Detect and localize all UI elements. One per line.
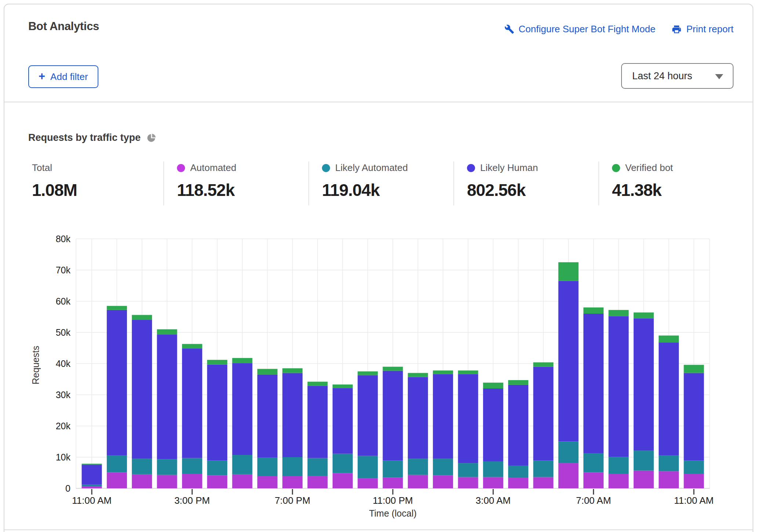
- bar-segment-likely-human[interactable]: [634, 318, 654, 451]
- bar-segment-likely-automated[interactable]: [583, 453, 604, 473]
- bar-segment-automated[interactable]: [483, 477, 503, 488]
- bar-segment-likely-automated[interactable]: [333, 454, 353, 473]
- bar-segment-likely-human[interactable]: [82, 464, 102, 484]
- bar-segment-likely-automated[interactable]: [207, 460, 227, 475]
- bar-segment-automated[interactable]: [232, 474, 252, 488]
- bar-segment-likely-human[interactable]: [157, 335, 177, 459]
- bar-segment-verified-bot[interactable]: [634, 313, 654, 318]
- bar-segment-verified-bot[interactable]: [358, 371, 378, 375]
- bar-segment-likely-automated[interactable]: [383, 460, 403, 477]
- bar-segment-automated[interactable]: [333, 473, 353, 488]
- bar-segment-likely-human[interactable]: [207, 365, 227, 461]
- bar-segment-likely-automated[interactable]: [257, 458, 278, 476]
- bar-segment-likely-automated[interactable]: [408, 459, 428, 475]
- bar-segment-likely-human[interactable]: [257, 375, 278, 458]
- print-report-link[interactable]: Print report: [671, 23, 734, 35]
- bar-segment-likely-automated[interactable]: [684, 460, 704, 474]
- add-filter-button[interactable]: + Add filter: [28, 65, 98, 88]
- bar-segment-automated[interactable]: [307, 476, 327, 488]
- bar-segment-automated[interactable]: [383, 477, 403, 488]
- bar-segment-verified-bot[interactable]: [132, 315, 152, 320]
- bar-segment-likely-automated[interactable]: [634, 451, 654, 470]
- bar-segment-verified-bot[interactable]: [82, 464, 102, 465]
- time-range-select[interactable]: Last 24 hours: [621, 63, 734, 89]
- bar-segment-likely-human[interactable]: [307, 386, 327, 458]
- bar-segment-likely-automated[interactable]: [358, 456, 378, 478]
- bar-segment-likely-automated[interactable]: [608, 457, 629, 474]
- bar-segment-likely-human[interactable]: [458, 374, 478, 463]
- bar-segment-likely-automated[interactable]: [458, 463, 478, 477]
- bar-segment-verified-bot[interactable]: [157, 329, 177, 335]
- bar-segment-automated[interactable]: [182, 474, 202, 488]
- bar-segment-automated[interactable]: [608, 474, 629, 488]
- bar-segment-verified-bot[interactable]: [282, 368, 303, 373]
- bar-segment-verified-bot[interactable]: [232, 358, 252, 363]
- bar-segment-verified-bot[interactable]: [257, 369, 278, 374]
- bar-segment-verified-bot[interactable]: [333, 385, 353, 388]
- bar-segment-automated[interactable]: [508, 478, 528, 488]
- bar-segment-automated[interactable]: [107, 473, 127, 488]
- bar-segment-verified-bot[interactable]: [207, 360, 227, 365]
- bar-segment-automated[interactable]: [132, 474, 152, 488]
- bar-segment-likely-human[interactable]: [383, 371, 403, 461]
- bar-segment-likely-automated[interactable]: [307, 458, 327, 476]
- bar-segment-likely-automated[interactable]: [558, 442, 579, 463]
- bar-segment-likely-human[interactable]: [533, 367, 553, 461]
- bar-segment-verified-bot[interactable]: [433, 371, 453, 374]
- bar-segment-likely-automated[interactable]: [483, 462, 503, 477]
- bar-segment-automated[interactable]: [533, 477, 553, 488]
- bar-segment-automated[interactable]: [458, 477, 478, 488]
- bar-segment-likely-human[interactable]: [132, 320, 152, 459]
- bar-segment-likely-automated[interactable]: [182, 458, 202, 474]
- bar-segment-likely-human[interactable]: [282, 373, 303, 458]
- bar-segment-likely-human[interactable]: [659, 342, 679, 456]
- bar-segment-likely-automated[interactable]: [533, 460, 553, 477]
- bar-segment-automated[interactable]: [583, 473, 604, 488]
- bar-segment-likely-human[interactable]: [333, 388, 353, 453]
- bar-segment-likely-automated[interactable]: [433, 459, 453, 475]
- bar-segment-likely-human[interactable]: [583, 314, 604, 453]
- bar-segment-verified-bot[interactable]: [383, 367, 403, 371]
- bar-segment-automated[interactable]: [684, 474, 704, 488]
- bar-segment-verified-bot[interactable]: [483, 383, 503, 389]
- bar-segment-automated[interactable]: [433, 475, 453, 488]
- bar-segment-automated[interactable]: [659, 471, 679, 488]
- bar-segment-verified-bot[interactable]: [107, 306, 127, 310]
- bar-segment-verified-bot[interactable]: [684, 365, 704, 373]
- bar-segment-likely-human[interactable]: [608, 316, 629, 457]
- bar-segment-automated[interactable]: [207, 475, 227, 488]
- bar-segment-likely-automated[interactable]: [232, 455, 252, 474]
- bar-segment-verified-bot[interactable]: [583, 307, 604, 314]
- bar-segment-automated[interactable]: [257, 476, 278, 488]
- bar-segment-likely-human[interactable]: [558, 281, 579, 442]
- bar-segment-likely-human[interactable]: [684, 373, 704, 461]
- bar-segment-verified-bot[interactable]: [182, 344, 202, 348]
- bar-segment-automated[interactable]: [558, 463, 579, 488]
- bar-segment-likely-human[interactable]: [508, 385, 528, 466]
- bar-segment-automated[interactable]: [82, 487, 102, 488]
- bar-segment-likely-automated[interactable]: [107, 456, 127, 473]
- bar-segment-likely-automated[interactable]: [132, 459, 152, 474]
- bar-segment-verified-bot[interactable]: [458, 371, 478, 374]
- bar-segment-verified-bot[interactable]: [659, 336, 679, 343]
- bar-segment-automated[interactable]: [282, 476, 303, 488]
- bar-segment-likely-automated[interactable]: [82, 485, 102, 487]
- bar-segment-likely-human[interactable]: [358, 375, 378, 456]
- bar-segment-verified-bot[interactable]: [408, 373, 428, 377]
- bar-segment-verified-bot[interactable]: [558, 262, 579, 281]
- bar-segment-verified-bot[interactable]: [608, 310, 629, 316]
- bar-segment-verified-bot[interactable]: [307, 382, 327, 386]
- bar-segment-verified-bot[interactable]: [508, 380, 528, 385]
- bar-segment-automated[interactable]: [408, 475, 428, 488]
- bar-segment-likely-automated[interactable]: [282, 457, 303, 476]
- bar-segment-likely-automated[interactable]: [508, 466, 528, 478]
- bar-segment-likely-human[interactable]: [107, 310, 127, 456]
- configure-sbfm-link[interactable]: Configure Super Bot Fight Mode: [504, 23, 656, 35]
- bar-segment-likely-automated[interactable]: [157, 459, 177, 475]
- bar-segment-likely-human[interactable]: [408, 377, 428, 459]
- bar-segment-likely-human[interactable]: [232, 363, 252, 455]
- bar-segment-automated[interactable]: [358, 478, 378, 488]
- bar-segment-likely-automated[interactable]: [659, 456, 679, 471]
- bar-segment-verified-bot[interactable]: [533, 362, 553, 367]
- bar-segment-likely-human[interactable]: [182, 348, 202, 458]
